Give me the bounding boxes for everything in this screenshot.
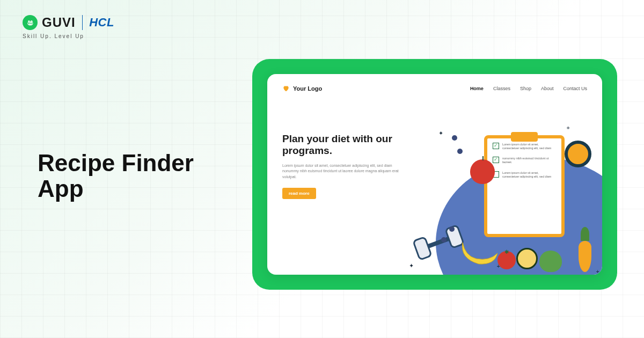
brand-divider <box>82 15 83 30</box>
brand-header: ෂ GUVI HCL <box>23 15 114 30</box>
sparkle-icon: + <box>497 263 500 269</box>
page-title: Recipe Finder App <box>38 150 194 202</box>
clipboard-clip <box>511 132 538 142</box>
check-icon: ✓ <box>493 157 499 163</box>
lettuce-icon <box>539 251 562 272</box>
blueberry-icon <box>457 149 463 154</box>
illustration: ✓ Lorem ipsum dolor sit amet, consectetu… <box>404 119 602 275</box>
nav-classes[interactable]: Classes <box>493 86 510 91</box>
checklist-text-3: Lorem ipsum dolor sit amet, consectetuer… <box>502 171 556 179</box>
checklist-text-1: Lorem ipsum dolor sit amet, consectetuer… <box>502 143 556 150</box>
sparkle-icon: ✦ <box>438 130 443 137</box>
hcl-logo-text: HCL <box>89 16 114 30</box>
nav-about[interactable]: About <box>541 86 554 91</box>
guvi-logo: ෂ GUVI <box>23 15 76 30</box>
title-line-2: App <box>38 176 194 202</box>
blueberry-icon <box>452 135 457 141</box>
sparkle-icon: + <box>596 268 599 275</box>
check-icon: ✓ <box>493 143 499 149</box>
guvi-text: GUVI <box>42 15 76 30</box>
heart-icon <box>282 85 290 92</box>
sparkle-icon: ✦ <box>409 262 414 269</box>
nav-home[interactable]: Home <box>470 86 484 91</box>
read-more-button[interactable]: read more <box>282 188 316 199</box>
website-mockup: Your Logo Home Classes Shop About Contac… <box>267 74 602 275</box>
mockup-logo-text: Your Logo <box>293 85 322 92</box>
sparkle-icon: + <box>567 124 570 131</box>
bowl-icon <box>565 141 591 167</box>
mockup-nav: Home Classes Shop About Contact Us <box>470 86 587 91</box>
tomato-icon <box>497 251 516 269</box>
hero-heading: Plan your diet with our programs. <box>282 133 400 157</box>
blueberry-icon <box>449 226 455 232</box>
mockup-hero: Plan your diet with our programs. Lorem … <box>282 133 400 199</box>
banana-icon <box>457 237 500 267</box>
carrot-icon <box>579 229 591 272</box>
clipboard-icon: ✓ Lorem ipsum dolor sit amet, consectetu… <box>484 135 565 237</box>
tagline: Skill Up. Level Up <box>23 33 84 39</box>
title-line-1: Recipe Finder <box>38 150 194 176</box>
apple-icon <box>470 159 495 184</box>
nav-shop[interactable]: Shop <box>520 86 531 91</box>
blueberry-icon <box>441 237 447 243</box>
mockup-header: Your Logo Home Classes Shop About Contac… <box>267 85 602 92</box>
preview-card: Your Logo Home Classes Shop About Contac… <box>252 59 617 290</box>
hero-body: Lorem ipsum dolor sit amet, consectetuer… <box>282 163 400 180</box>
measuring-tape-icon <box>516 248 538 269</box>
checklist-item-3: Lorem ipsum dolor sit amet, consectetuer… <box>487 167 561 181</box>
guvi-icon: ෂ <box>23 15 38 30</box>
nav-contact[interactable]: Contact Us <box>563 86 587 91</box>
checklist-text-2: nonummy nibh euismod tincidunt ut laoree… <box>502 157 556 164</box>
mockup-logo: Your Logo <box>282 85 322 92</box>
checklist-item-2: ✓ nonummy nibh euismod tincidunt ut laor… <box>487 152 561 166</box>
